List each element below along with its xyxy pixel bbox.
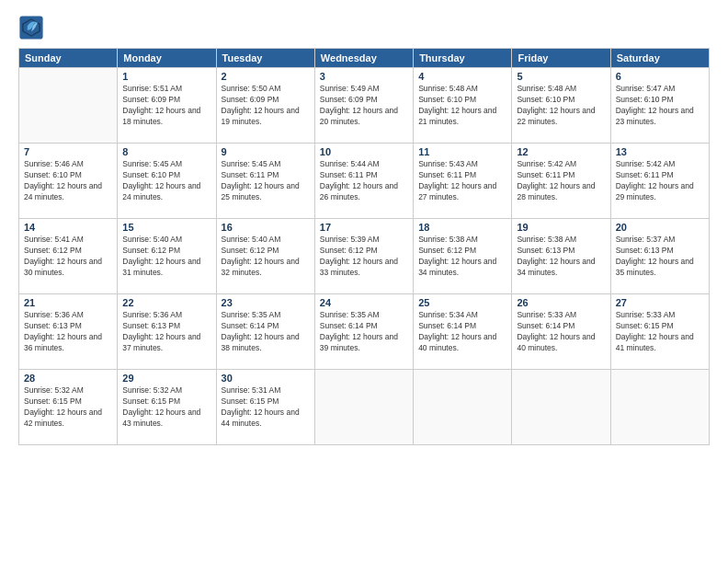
sunrise-text: Sunrise: 5:45 AM: [222, 159, 281, 168]
sunset-text: Sunset: 6:12 PM: [222, 246, 279, 255]
sunrise-text: Sunrise: 5:50 AM: [222, 84, 281, 93]
daylight-text: Daylight: 12 hours and 22 minutes.: [517, 106, 595, 126]
sunrise-text: Sunrise: 5:35 AM: [222, 310, 281, 319]
calendar-table: SundayMondayTuesdayWednesdayThursdayFrid…: [18, 48, 710, 445]
calendar-cell: [19, 68, 118, 144]
calendar-cell: [610, 370, 709, 445]
day-number: 10: [320, 146, 408, 157]
weekday-header-row: SundayMondayTuesdayWednesdayThursdayFrid…: [19, 49, 710, 68]
weekday-header-tuesday: Tuesday: [216, 49, 314, 68]
calendar-cell: 2 Sunrise: 5:50 AM Sunset: 6:09 PM Dayli…: [216, 68, 314, 144]
sunset-text: Sunset: 6:11 PM: [320, 170, 378, 179]
day-number: 11: [418, 146, 506, 157]
day-number: 5: [517, 71, 605, 82]
sunset-text: Sunset: 6:10 PM: [517, 95, 574, 104]
sunrise-text: Sunrise: 5:38 AM: [517, 235, 576, 244]
day-info: Sunrise: 5:33 AM Sunset: 6:15 PM Dayligh…: [616, 310, 704, 354]
daylight-text: Daylight: 12 hours and 28 minutes.: [517, 181, 595, 201]
calendar-cell: 14 Sunrise: 5:41 AM Sunset: 6:12 PM Dayl…: [19, 219, 118, 294]
weekday-header-monday: Monday: [118, 49, 216, 68]
sunset-text: Sunset: 6:14 PM: [418, 321, 476, 330]
day-number: 9: [222, 146, 310, 157]
day-info: Sunrise: 5:48 AM Sunset: 6:10 PM Dayligh…: [418, 84, 506, 128]
logo-icon: [18, 15, 44, 40]
calendar-cell: 20 Sunrise: 5:37 AM Sunset: 6:13 PM Dayl…: [610, 219, 709, 294]
sunrise-text: Sunrise: 5:37 AM: [616, 235, 676, 244]
sunrise-text: Sunrise: 5:40 AM: [222, 235, 281, 244]
day-info: Sunrise: 5:31 AM Sunset: 6:15 PM Dayligh…: [222, 385, 310, 430]
day-number: 18: [418, 222, 506, 233]
day-info: Sunrise: 5:38 AM Sunset: 6:13 PM Dayligh…: [517, 235, 605, 279]
day-info: Sunrise: 5:35 AM Sunset: 6:14 PM Dayligh…: [320, 310, 408, 354]
sunset-text: Sunset: 6:13 PM: [24, 321, 82, 330]
daylight-text: Daylight: 12 hours and 20 minutes.: [320, 106, 398, 126]
sunrise-text: Sunrise: 5:36 AM: [24, 310, 84, 319]
calendar-cell: 10 Sunrise: 5:44 AM Sunset: 6:11 PM Dayl…: [314, 144, 413, 219]
daylight-text: Daylight: 12 hours and 26 minutes.: [320, 181, 398, 201]
sunset-text: Sunset: 6:10 PM: [418, 95, 476, 104]
day-info: Sunrise: 5:32 AM Sunset: 6:15 PM Dayligh…: [24, 385, 112, 430]
day-info: Sunrise: 5:34 AM Sunset: 6:14 PM Dayligh…: [418, 310, 506, 354]
day-info: Sunrise: 5:42 AM Sunset: 6:11 PM Dayligh…: [616, 159, 704, 203]
calendar-cell: 1 Sunrise: 5:51 AM Sunset: 6:09 PM Dayli…: [118, 68, 216, 144]
sunrise-text: Sunrise: 5:42 AM: [517, 159, 576, 168]
daylight-text: Daylight: 12 hours and 19 minutes.: [222, 106, 300, 126]
day-number: 3: [320, 71, 408, 82]
week-row-5: 28 Sunrise: 5:32 AM Sunset: 6:15 PM Dayl…: [19, 370, 710, 445]
calendar-cell: 11 Sunrise: 5:43 AM Sunset: 6:11 PM Dayl…: [414, 144, 512, 219]
calendar-cell: 9 Sunrise: 5:45 AM Sunset: 6:11 PM Dayli…: [216, 144, 314, 219]
daylight-text: Daylight: 12 hours and 24 minutes.: [24, 181, 102, 201]
daylight-text: Daylight: 12 hours and 35 minutes.: [616, 257, 694, 277]
sunrise-text: Sunrise: 5:31 AM: [222, 385, 281, 395]
calendar-cell: 29 Sunrise: 5:32 AM Sunset: 6:15 PM Dayl…: [118, 370, 216, 445]
day-info: Sunrise: 5:36 AM Sunset: 6:13 PM Dayligh…: [122, 310, 210, 354]
page: SundayMondayTuesdayWednesdayThursdayFrid…: [0, 0, 728, 563]
sunset-text: Sunset: 6:09 PM: [122, 95, 180, 104]
sunrise-text: Sunrise: 5:41 AM: [24, 235, 84, 244]
day-number: 19: [517, 222, 605, 233]
day-number: 14: [24, 222, 112, 233]
daylight-text: Daylight: 12 hours and 34 minutes.: [517, 257, 595, 277]
daylight-text: Daylight: 12 hours and 25 minutes.: [222, 181, 300, 201]
sunset-text: Sunset: 6:11 PM: [418, 170, 476, 179]
day-info: Sunrise: 5:51 AM Sunset: 6:09 PM Dayligh…: [122, 84, 210, 128]
day-number: 1: [122, 71, 210, 82]
day-number: 25: [418, 297, 506, 308]
calendar-cell: 4 Sunrise: 5:48 AM Sunset: 6:10 PM Dayli…: [414, 68, 512, 144]
sunset-text: Sunset: 6:13 PM: [122, 321, 180, 330]
daylight-text: Daylight: 12 hours and 27 minutes.: [418, 181, 496, 201]
sunset-text: Sunset: 6:10 PM: [616, 95, 674, 104]
sunset-text: Sunset: 6:13 PM: [517, 246, 574, 255]
sunrise-text: Sunrise: 5:34 AM: [418, 310, 478, 319]
sunset-text: Sunset: 6:12 PM: [320, 246, 378, 255]
calendar-cell: 12 Sunrise: 5:42 AM Sunset: 6:11 PM Dayl…: [512, 144, 610, 219]
logo: [18, 15, 48, 40]
day-info: Sunrise: 5:35 AM Sunset: 6:14 PM Dayligh…: [222, 310, 310, 354]
week-row-3: 14 Sunrise: 5:41 AM Sunset: 6:12 PM Dayl…: [19, 219, 710, 294]
calendar-cell: 22 Sunrise: 5:36 AM Sunset: 6:13 PM Dayl…: [118, 294, 216, 370]
calendar-cell: 6 Sunrise: 5:47 AM Sunset: 6:10 PM Dayli…: [610, 68, 709, 144]
header: [18, 15, 710, 40]
weekday-header-sunday: Sunday: [19, 49, 118, 68]
calendar-cell: 15 Sunrise: 5:40 AM Sunset: 6:12 PM Dayl…: [118, 219, 216, 294]
daylight-text: Daylight: 12 hours and 29 minutes.: [616, 181, 694, 201]
daylight-text: Daylight: 12 hours and 18 minutes.: [122, 106, 200, 126]
day-number: 27: [616, 297, 704, 308]
day-info: Sunrise: 5:45 AM Sunset: 6:11 PM Dayligh…: [222, 159, 310, 203]
daylight-text: Daylight: 12 hours and 39 minutes.: [320, 332, 398, 352]
daylight-text: Daylight: 12 hours and 43 minutes.: [122, 408, 200, 428]
sunset-text: Sunset: 6:11 PM: [616, 170, 674, 179]
daylight-text: Daylight: 12 hours and 30 minutes.: [24, 257, 102, 277]
sunset-text: Sunset: 6:12 PM: [418, 246, 476, 255]
day-number: 17: [320, 222, 408, 233]
sunset-text: Sunset: 6:12 PM: [122, 246, 180, 255]
sunrise-text: Sunrise: 5:47 AM: [616, 84, 676, 93]
day-number: 26: [517, 297, 605, 308]
sunrise-text: Sunrise: 5:49 AM: [320, 84, 380, 93]
sunset-text: Sunset: 6:14 PM: [517, 321, 574, 330]
sunset-text: Sunset: 6:15 PM: [616, 321, 674, 330]
sunset-text: Sunset: 6:15 PM: [122, 396, 180, 406]
daylight-text: Daylight: 12 hours and 42 minutes.: [24, 408, 102, 428]
sunrise-text: Sunrise: 5:35 AM: [320, 310, 380, 319]
daylight-text: Daylight: 12 hours and 34 minutes.: [418, 257, 496, 277]
